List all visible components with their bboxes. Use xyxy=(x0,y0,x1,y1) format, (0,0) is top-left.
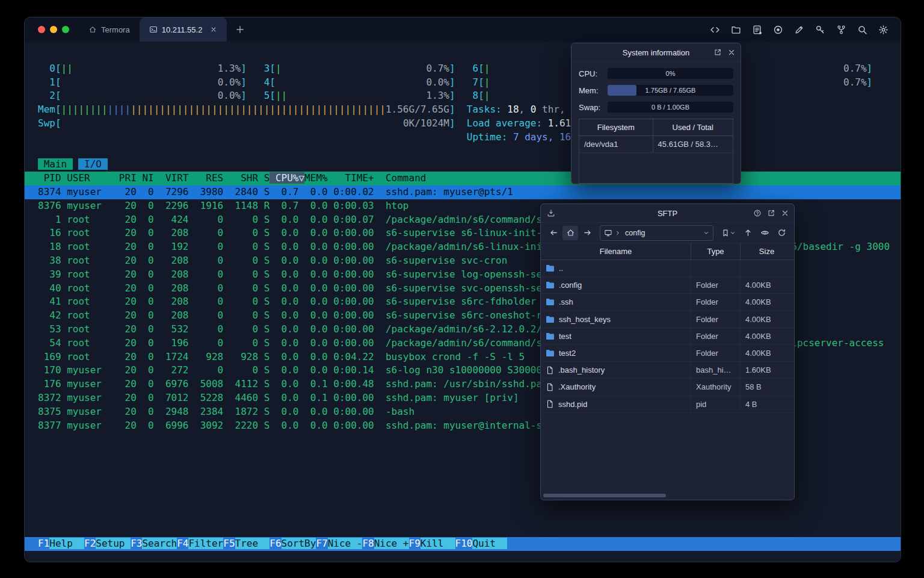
terminal-line: 1[ 0.0%] 4[ 0.0%] 7[| 0.7%] xyxy=(25,76,901,90)
help-button[interactable] xyxy=(753,209,762,217)
bookmark-icon xyxy=(721,229,730,237)
column-size[interactable]: Size xyxy=(741,243,793,259)
process-table-header[interactable]: PID USER PRI NI VIRT RES SHR S CPU%▽MEM%… xyxy=(25,172,901,185)
key-icon xyxy=(815,25,825,35)
home-directory-button[interactable] xyxy=(562,226,578,240)
cpu-row: CPU: 0% xyxy=(579,68,733,79)
forward-button[interactable] xyxy=(579,226,595,240)
fkey-F5[interactable]: F5 xyxy=(223,538,235,549)
search-button[interactable] xyxy=(855,22,870,37)
popout-system-info-button[interactable] xyxy=(713,48,722,57)
swap-usage-bar: 0 B / 1.00GB xyxy=(608,102,733,113)
file-row-.bash_history[interactable]: .bash_historybash_hi…1.60KB xyxy=(541,362,794,379)
horizontal-scrollbar[interactable] xyxy=(542,493,793,499)
close-window-button[interactable] xyxy=(38,26,45,33)
mem-usage-bar: 1.75GB / 7.65GB xyxy=(608,85,733,96)
plus-icon xyxy=(235,25,245,34)
folder-icon xyxy=(546,349,555,357)
file-row-sshd.pid[interactable]: sshd.pidpid4 B xyxy=(541,396,794,413)
fkey-F8[interactable]: F8 xyxy=(362,538,374,549)
tab-termora[interactable]: Termora xyxy=(79,17,140,42)
terminal-line xyxy=(25,144,901,158)
record-button[interactable] xyxy=(771,22,786,37)
fkey-label-F7[interactable]: Nice - xyxy=(328,538,363,549)
key-button[interactable] xyxy=(813,22,828,37)
filesystem-row[interactable]: /dev/vda1 45.61GB / 58.3… xyxy=(579,136,733,153)
bookmarks-button[interactable] xyxy=(718,226,739,240)
branch-button[interactable] xyxy=(834,22,849,37)
new-tab-button[interactable] xyxy=(227,17,253,42)
tab-session-10-211-55-2[interactable]: 10.211.55.2 xyxy=(140,17,227,42)
file-row-.ssh[interactable]: .sshFolder4.00KB xyxy=(541,294,794,311)
column-filename[interactable]: Filename xyxy=(541,243,691,259)
computer-icon xyxy=(604,229,612,237)
fkey-F9[interactable]: F9 xyxy=(409,538,420,549)
zoom-window-button[interactable] xyxy=(62,26,69,33)
popout-sftp-button[interactable] xyxy=(767,209,775,217)
chevron-down-icon xyxy=(730,230,736,236)
fkey-label-F2[interactable]: Setup xyxy=(96,538,131,549)
fkey-label-F1[interactable]: Help xyxy=(49,538,84,549)
close-system-info-button[interactable] xyxy=(727,48,736,57)
file-type: Folder xyxy=(691,277,741,293)
fkey-F3[interactable]: F3 xyxy=(131,538,142,549)
file-row-ssh_host_keys[interactable]: ssh_host_keysFolder4.00KB xyxy=(541,311,794,328)
minimize-window-button[interactable] xyxy=(50,26,57,33)
fkey-label-F8[interactable]: Nice + xyxy=(374,538,409,549)
filesystem-table: Filesystem Used / Total /dev/vda1 45.61G… xyxy=(579,119,733,184)
edit-button[interactable] xyxy=(792,22,807,37)
fkey-F10[interactable]: F10 xyxy=(455,538,473,549)
help-icon xyxy=(753,209,762,217)
file-table-header[interactable]: Filename Type Size xyxy=(541,243,794,260)
chevron-down-icon[interactable] xyxy=(703,230,709,236)
log-button[interactable] xyxy=(750,22,765,37)
close-tab-button[interactable] xyxy=(210,26,217,33)
fkey-label-F10[interactable]: Quit xyxy=(472,538,507,549)
folder-button[interactable] xyxy=(728,22,744,37)
file-row-.Xauthority[interactable]: .XauthorityXauthority58 B xyxy=(541,379,794,396)
system-info-body: CPU: 0% Mem: 1.75GB / 7.65GB Swap: 0 B /… xyxy=(571,62,741,184)
file-size: 4.00KB xyxy=(741,277,793,293)
fkey-F6[interactable]: F6 xyxy=(270,538,281,549)
close-icon xyxy=(210,26,217,33)
file-name: ssh_host_keys xyxy=(559,315,611,324)
fkey-F7[interactable]: F7 xyxy=(316,538,327,549)
fkey-label-F9[interactable]: Kill xyxy=(420,538,455,549)
fkey-F4[interactable]: F4 xyxy=(177,538,188,549)
close-icon xyxy=(727,48,736,57)
settings-icon xyxy=(878,25,889,35)
file-row-.config[interactable]: .configFolder4.00KB xyxy=(541,277,794,294)
function-bar[interactable]: F1Help F2Setup F3SearchF4FilterF5Tree F6… xyxy=(25,537,901,551)
fkey-F1[interactable]: F1 xyxy=(38,538,49,549)
file-size xyxy=(741,260,793,276)
path-segment-config[interactable]: config xyxy=(623,229,647,237)
folder-icon xyxy=(546,264,555,272)
fkey-label-F6[interactable]: SortBy xyxy=(282,538,316,549)
file-name: test xyxy=(559,332,571,341)
transfers-button[interactable] xyxy=(547,209,555,217)
show-hidden-files-button[interactable] xyxy=(757,226,772,240)
terminal-line: 0[|| 1.3%] 3[| 0.7%] 6[| 0.7%] xyxy=(25,62,901,76)
refresh-button[interactable] xyxy=(774,226,789,240)
settings-button[interactable] xyxy=(876,22,891,37)
close-sftp-button[interactable] xyxy=(781,209,789,217)
file-row-..[interactable]: .. xyxy=(541,260,794,277)
process-row-8374[interactable]: 8374 myuser 20 0 7296 3980 2840 S 0.7 0.… xyxy=(25,185,901,199)
back-button[interactable] xyxy=(546,226,561,240)
fkey-label-F5[interactable]: Tree xyxy=(235,538,270,549)
fkey-F2[interactable]: F2 xyxy=(84,538,96,549)
scrollbar-thumb[interactable] xyxy=(543,494,666,497)
tab-label: Termora xyxy=(101,25,130,34)
fkey-label-F4[interactable]: Filter xyxy=(188,538,223,549)
path-bar[interactable]: config xyxy=(600,225,713,241)
fs-name: /dev/vda1 xyxy=(579,136,653,152)
eye-icon xyxy=(760,228,769,237)
column-type[interactable]: Type xyxy=(691,243,741,259)
file-row-test[interactable]: testFolder4.00KB xyxy=(541,328,794,345)
up-directory-button[interactable] xyxy=(740,226,756,240)
sort-column-cpu[interactable]: CPU%▽ xyxy=(270,172,304,184)
file-row-test2[interactable]: test2Folder4.00KB xyxy=(541,345,794,362)
code-button[interactable] xyxy=(707,22,722,37)
swap-row: Swap: 0 B / 1.00GB xyxy=(579,102,733,113)
fkey-label-F3[interactable]: Search xyxy=(142,538,177,549)
